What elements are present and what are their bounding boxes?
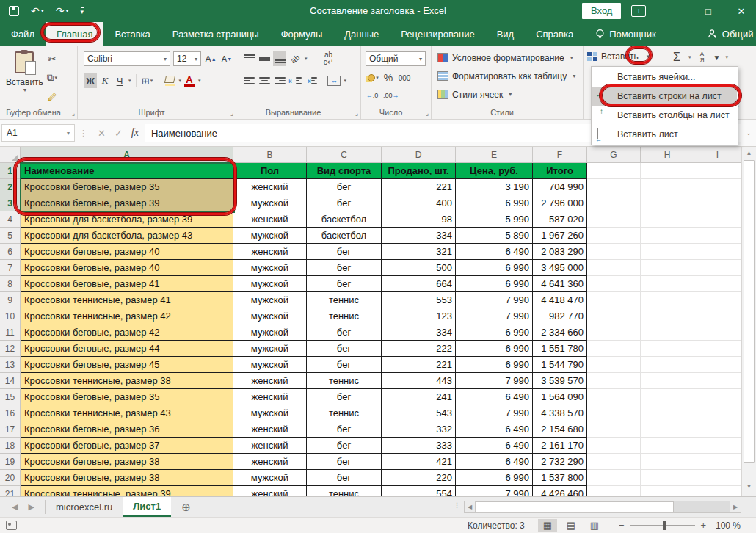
row-header-7[interactable]: 7 — [0, 260, 21, 276]
cell-H5[interactable] — [641, 228, 694, 244]
row-header-13[interactable]: 13 — [0, 357, 21, 373]
cell-H6[interactable] — [641, 244, 694, 260]
sort-filter-icon[interactable]: АЯ — [696, 50, 709, 65]
cell-D8[interactable]: 664 — [382, 276, 456, 292]
column-header-G[interactable]: G — [587, 147, 641, 163]
cell-D13[interactable]: 221 — [382, 357, 456, 373]
cell-D12[interactable]: 222 — [382, 341, 456, 357]
cell-F7[interactable]: 3 495 000 — [533, 260, 587, 276]
cell-A18[interactable]: Кроссовки беговые, размер 37 — [21, 438, 233, 454]
cell-F14[interactable]: 3 539 570 — [533, 373, 587, 389]
sign-in-button[interactable]: Вход — [582, 3, 621, 19]
row-header-1[interactable]: 1 — [0, 163, 21, 179]
cell-C7[interactable]: бег — [307, 260, 382, 276]
decrease-indent-icon[interactable]: ⇤ — [288, 73, 302, 88]
cell-B16[interactable]: мужской — [233, 405, 307, 421]
cell-I16[interactable] — [694, 405, 741, 421]
tab-assistant[interactable]: Помощник — [584, 22, 667, 46]
cell-E3[interactable]: 6 990 — [456, 195, 533, 211]
column-header-B[interactable]: B — [233, 147, 307, 163]
cell-C18[interactable]: бег — [307, 438, 382, 454]
cell-I1[interactable] — [694, 163, 741, 179]
font-name-combo[interactable]: Calibri▾ — [84, 51, 170, 66]
column-header-F[interactable]: F — [533, 147, 587, 163]
cell-F15[interactable]: 1 564 090 — [533, 389, 587, 405]
cell-I11[interactable] — [694, 324, 741, 341]
cell-H18[interactable] — [641, 438, 694, 454]
font-dialog-launcher-icon[interactable]: ⌟ — [230, 109, 233, 117]
cell-E19[interactable]: 6 490 — [456, 454, 533, 470]
autosum-icon[interactable]: Σ — [670, 50, 683, 65]
cell-I21[interactable] — [694, 486, 741, 496]
cell-A14[interactable]: Кроссовки теннисные, размер 38 — [21, 373, 233, 389]
row-header-10[interactable]: 10 — [0, 308, 21, 324]
cell-E2[interactable]: 3 190 — [456, 179, 533, 195]
cell-G10[interactable] — [587, 308, 641, 324]
cell-C6[interactable]: бег — [307, 244, 382, 260]
cell-F9[interactable]: 4 418 470 — [533, 292, 587, 308]
cell-D16[interactable]: 543 — [382, 405, 456, 421]
zoom-in-icon[interactable]: + — [701, 520, 707, 531]
cell-F3[interactable]: 2 796 000 — [533, 195, 587, 211]
cell-A17[interactable]: Кроссовки беговые, размер 36 — [21, 421, 233, 438]
cell-E1[interactable]: Цена, руб. — [456, 163, 533, 179]
italic-button[interactable]: К — [98, 73, 112, 88]
cell-C11[interactable]: бег — [307, 324, 382, 341]
cut-icon[interactable]: ✂ — [46, 51, 59, 66]
minimize-button[interactable]: — — [657, 0, 686, 22]
styles-button-0[interactable]: Условное форматирование▾ — [437, 50, 575, 65]
alignment-dialog-launcher-icon[interactable]: ⌟ — [355, 109, 358, 117]
row-header-12[interactable]: 12 — [0, 341, 21, 357]
cell-G4[interactable] — [587, 211, 641, 228]
row-header-5[interactable]: 5 — [0, 228, 21, 244]
cell-I20[interactable] — [694, 470, 741, 486]
horizontal-scrollbar[interactable]: ◀ ▶ — [464, 500, 741, 513]
name-box[interactable]: A1▾ — [1, 124, 75, 142]
cell-D10[interactable]: 123 — [382, 308, 456, 324]
cell-A16[interactable]: Кроссовки теннисные, размер 43 — [21, 405, 233, 421]
namebox-splitter[interactable]: ⋮ — [75, 128, 92, 138]
cell-A15[interactable]: Кроссовки беговые, размер 35 — [21, 389, 233, 405]
cell-E8[interactable]: 6 990 — [456, 276, 533, 292]
cell-A12[interactable]: Кроссовки беговые, размер 44 — [21, 341, 233, 357]
cell-H13[interactable] — [641, 357, 694, 373]
row-header-18[interactable]: 18 — [0, 438, 21, 454]
menu-item-0[interactable]: Вставить ячейки... — [592, 68, 737, 87]
cell-E7[interactable]: 6 990 — [456, 260, 533, 276]
percent-style-icon[interactable]: % — [382, 70, 395, 85]
cell-I8[interactable] — [694, 276, 741, 292]
cell-B4[interactable]: женский — [233, 211, 307, 228]
cell-F13[interactable]: 1 544 790 — [533, 357, 587, 373]
cell-H10[interactable] — [641, 308, 694, 324]
align-center-icon[interactable] — [258, 73, 271, 88]
cell-H16[interactable] — [641, 405, 694, 421]
cell-I2[interactable] — [694, 179, 741, 195]
cell-F1[interactable]: Итого — [533, 163, 587, 179]
cell-A11[interactable]: Кроссовки беговые, размер 42 — [21, 324, 233, 341]
cell-C21[interactable]: теннис — [307, 486, 382, 496]
cell-H17[interactable] — [641, 421, 694, 438]
cell-I12[interactable] — [694, 341, 741, 357]
share-button[interactable]: Общий доступ — [697, 22, 756, 46]
scroll-up-icon[interactable]: ▲ — [742, 147, 756, 160]
row-header-11[interactable]: 11 — [0, 324, 21, 341]
cell-C13[interactable]: бег — [307, 357, 382, 373]
tab-вид[interactable]: Вид — [486, 22, 526, 46]
cell-F2[interactable]: 704 990 — [533, 179, 587, 195]
cell-B1[interactable]: Пол — [233, 163, 307, 179]
cell-D18[interactable]: 333 — [382, 438, 456, 454]
cell-D21[interactable]: 554 — [382, 486, 456, 496]
row-header-4[interactable]: 4 — [0, 211, 21, 228]
row-header-9[interactable]: 9 — [0, 292, 21, 308]
cell-B19[interactable]: женский — [233, 454, 307, 470]
paste-button[interactable]: Вставить ▼ — [6, 51, 43, 93]
bold-button[interactable]: Ж — [84, 73, 97, 88]
cell-B18[interactable]: женский — [233, 438, 307, 454]
clipboard-dialog-launcher-icon[interactable]: ⌟ — [72, 109, 75, 117]
cell-F10[interactable]: 982 770 — [533, 308, 587, 324]
number-format-combo[interactable]: Общий▾ — [366, 51, 426, 66]
row-header-21[interactable]: 21 — [0, 486, 21, 496]
cell-B21[interactable]: женский — [233, 486, 307, 496]
cell-F17[interactable]: 2 154 680 — [533, 421, 587, 438]
cell-C20[interactable]: бег — [307, 470, 382, 486]
